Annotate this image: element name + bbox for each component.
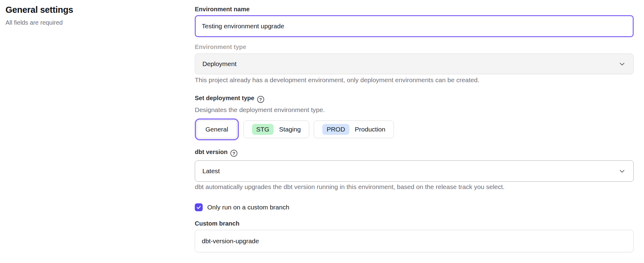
page-title: General settings — [5, 4, 73, 16]
dbt-version-label: dbt version? — [195, 148, 634, 157]
custom-branch-checkbox-label: Only run on a custom branch — [207, 204, 289, 211]
custom-branch-label: Custom branch — [195, 220, 634, 227]
deployment-type-staging-button[interactable]: STG Staging — [243, 121, 309, 138]
page-subtitle: All fields are required — [5, 19, 73, 26]
production-badge: PROD — [322, 124, 349, 135]
deployment-type-general-button[interactable]: General — [197, 121, 237, 138]
help-icon[interactable]: ? — [230, 150, 237, 157]
check-icon — [196, 205, 201, 210]
custom-branch-checkbox-row: Only run on a custom branch — [195, 203, 634, 211]
help-icon[interactable]: ? — [257, 96, 264, 103]
environment-type-helper: This project already has a development e… — [195, 76, 634, 84]
production-option-label: Production — [355, 126, 385, 133]
chevron-down-icon — [618, 60, 626, 68]
environment-type-value: Deployment — [202, 60, 236, 68]
deployment-type-description: Designates the deployment environment ty… — [195, 106, 634, 114]
environment-type-select: Deployment — [195, 54, 634, 74]
environment-type-label: Environment type — [195, 43, 634, 51]
staging-badge: STG — [252, 124, 274, 135]
environment-name-input[interactable] — [195, 15, 634, 37]
deployment-type-options: General STG Staging PROD Production — [195, 118, 634, 141]
dbt-version-select[interactable]: Latest — [195, 160, 634, 182]
selected-option-ring: General — [195, 118, 239, 140]
custom-branch-input[interactable] — [195, 230, 634, 252]
settings-header: General settings All fields are required — [5, 4, 73, 26]
dbt-version-value: Latest — [202, 167, 220, 175]
general-option-label: General — [205, 126, 228, 133]
custom-branch-checkbox[interactable] — [195, 203, 203, 211]
deployment-type-label: Set deployment type? — [195, 94, 634, 103]
chevron-down-icon — [618, 167, 626, 175]
dbt-version-helper: dbt automatically upgrades the dbt versi… — [195, 183, 634, 191]
environment-name-label: Environment name — [195, 5, 634, 13]
environment-settings-form: Environment name Environment type Deploy… — [195, 0, 634, 263]
staging-option-label: Staging — [279, 126, 301, 133]
deployment-type-production-button[interactable]: PROD Production — [314, 121, 394, 138]
